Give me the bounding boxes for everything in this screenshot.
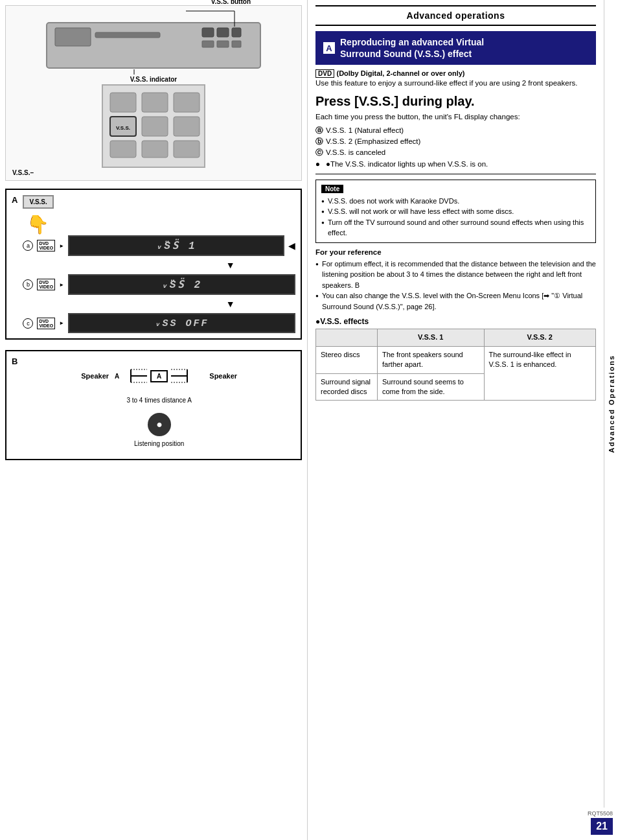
note-item-3: Turn off the TV surround sound and other… xyxy=(321,217,590,239)
vss-col1-header: V.S.S. 1 xyxy=(378,329,485,346)
vss-button-label: V.S.S. button xyxy=(211,0,251,5)
vss-row1-col1: The front speakers sound farther apart. xyxy=(378,346,485,373)
svg-rect-4 xyxy=(217,28,229,37)
vss-row1-col2: The surround-like effect in V.S.S. 1 is … xyxy=(484,346,595,401)
device-top-illustration: V.S.S. button xyxy=(5,5,302,181)
left-bracket-svg: A xyxy=(111,363,150,389)
vss-row1-label: Stereo discs xyxy=(316,346,378,373)
dvd-badge-c: DVDVIDEO xyxy=(37,318,55,329)
reference-section: For your reference For optimum effect, i… xyxy=(315,248,596,312)
svg-rect-17 xyxy=(174,117,200,136)
vss-left-label: V.S.S.– xyxy=(12,169,34,176)
speaker-diagram: Speaker A A xyxy=(23,356,295,454)
distance-label: 3 to 4 times distance A xyxy=(126,397,192,404)
svg-text:V.S.S.: V.S.S. xyxy=(116,125,130,131)
dvd-badge: DVD xyxy=(315,69,334,78)
note-item-1: V.S.S. does not work with Karaoke DVDs. xyxy=(321,196,590,207)
display-row-c: c DVDVIDEO ► ᵥSS OFF xyxy=(23,313,295,333)
note-box: Note V.S.S. does not work with Karaoke D… xyxy=(315,180,596,243)
dvd-note-text: (Dolby Digital, 2-channel or over only) xyxy=(336,69,464,77)
svg-rect-14 xyxy=(174,93,200,112)
screen-b: ᵥ̈SS̈ 2 xyxy=(68,274,295,295)
down-arrow-ab: ▼ xyxy=(23,260,295,270)
svg-rect-7 xyxy=(217,41,229,47)
section-title: Reproducing an advanced Virtual Surround… xyxy=(340,36,484,60)
dvd-arrow-a: ► xyxy=(59,243,64,249)
svg-rect-18 xyxy=(110,141,136,158)
rqt-code: RQT5508 xyxy=(588,810,613,817)
display-item-b: ⓑV.S.S. 2 (Emphasized effect) xyxy=(315,136,596,147)
circle-c: c xyxy=(23,318,33,329)
right-content-area: Advanced operations A Reproducing an adv… xyxy=(308,0,604,808)
display-rows: a DVDVIDEO ► ᵥ̈SS̈ 1 ◀ ▼ b DVDVIDEO ► xyxy=(23,235,295,333)
svg-rect-2 xyxy=(95,32,160,38)
listening-position-label: Listening position xyxy=(134,440,184,447)
note-item-2: V.S.S. will not work or will have less e… xyxy=(321,206,590,217)
divider-1 xyxy=(315,174,596,174)
page-footer: RQT5508 21 xyxy=(308,808,618,840)
svg-rect-6 xyxy=(202,41,214,47)
display-row-b: b DVDVIDEO ► ᵥ̈SS̈ 2 xyxy=(23,274,295,295)
display-item-c: ⓒV.S.S. is canceled xyxy=(315,147,596,158)
right-arrow-a: ◀ xyxy=(288,240,295,251)
section-letter: A xyxy=(323,42,335,54)
press-description: Each time you press the button, the unit… xyxy=(315,111,596,122)
circle-a: a xyxy=(23,240,33,251)
device-diagram-svg xyxy=(43,10,264,75)
vss-row2-label: Surround signal recorded discs xyxy=(316,373,378,401)
screen-c: ᵥSS OFF xyxy=(68,313,295,333)
circle-b: b xyxy=(23,279,33,290)
vss-row-1: Stereo discs The front speakers sound fa… xyxy=(316,346,596,373)
svg-rect-19 xyxy=(142,141,168,158)
indicator-svg: V.S.S. xyxy=(107,89,203,161)
svg-rect-16 xyxy=(142,117,168,136)
page-number: 21 xyxy=(591,818,613,835)
display-item-a: ⓐV.S.S. 1 (Natural effect) xyxy=(315,125,596,136)
vss-table: V.S.S. 1 V.S.S. 2 Stereo discs The front… xyxy=(315,329,596,401)
dvd-note: DVD (Dolby Digital, 2-channel or over on… xyxy=(315,69,596,89)
sidebar-rotated-text: Advanced Operations xyxy=(608,355,615,453)
svg-rect-20 xyxy=(174,141,200,158)
speaker-right-label: Speaker xyxy=(209,372,237,380)
vss-button-display: V.S.S. xyxy=(23,195,53,209)
right-bracket-svg xyxy=(168,363,207,389)
svg-rect-1 xyxy=(55,28,91,46)
panel-a: A V.S.S. 👇 a DVDVIDEO ► ᵥ̈SS̈ 1 ◀ ▼ xyxy=(5,189,302,340)
reference-item-1: For optimum effect, it is recommended th… xyxy=(315,259,596,291)
svg-rect-8 xyxy=(232,41,241,47)
dvd-badge-a: DVDVIDEO xyxy=(37,240,55,251)
hand-pointing-icon: 👇 xyxy=(27,214,295,235)
main-heading: Press [V.S.S.] during play. xyxy=(315,93,596,109)
note-list: V.S.S. does not work with Karaoke DVDs. … xyxy=(321,196,590,239)
dvd-description: Use this feature to enjoy a surround-lik… xyxy=(315,78,596,89)
down-arrow-bc: ▼ xyxy=(23,299,295,309)
screen-a: ᵥ̈SS̈ 1 xyxy=(68,235,284,256)
left-column: V.S.S. button xyxy=(0,0,308,840)
note-label: Note xyxy=(321,185,343,193)
vss-col2-header: V.S.S. 2 xyxy=(484,329,595,346)
reference-list: For optimum effect, it is recommended th… xyxy=(315,259,596,312)
reference-item-2: You can also change the V.S.S. level wit… xyxy=(315,290,596,312)
vss-table-empty-header xyxy=(316,329,378,346)
right-sidebar: Advanced Operations xyxy=(604,0,618,808)
listener-svg: ● xyxy=(146,412,172,438)
svg-rect-3 xyxy=(202,28,214,37)
section-title-block: A Reproducing an advanced Virtual Surrou… xyxy=(315,31,596,65)
vss-effects-heading: ●V.S.S. effects xyxy=(315,317,596,326)
vss-row2-col1: Surround sound seems to come from the si… xyxy=(378,373,485,401)
display-row-a: a DVDVIDEO ► ᵥ̈SS̈ 1 ◀ xyxy=(23,235,295,256)
reference-title: For your reference xyxy=(315,248,596,256)
right-main: Advanced operations A Reproducing an adv… xyxy=(308,0,618,808)
page-header: Advanced operations xyxy=(315,5,596,26)
vss-indicator-label: V.S.S. indicator xyxy=(130,76,177,83)
svg-rect-5 xyxy=(232,28,241,37)
dvd-badge-b: DVDVIDEO xyxy=(37,279,55,290)
svg-rect-13 xyxy=(142,93,168,112)
indicator-note: ●●The V.S.S. indicator lights up when V.… xyxy=(315,159,596,170)
panel-a-label: A xyxy=(12,195,17,205)
display-items-list: ⓐV.S.S. 1 (Natural effect) ⓑV.S.S. 2 (Em… xyxy=(315,125,596,170)
speaker-left-label: Speaker xyxy=(81,372,109,380)
right-column: Advanced operations A Reproducing an adv… xyxy=(308,0,618,840)
svg-rect-12 xyxy=(110,93,136,112)
dvd-arrow-c: ► xyxy=(59,320,64,326)
